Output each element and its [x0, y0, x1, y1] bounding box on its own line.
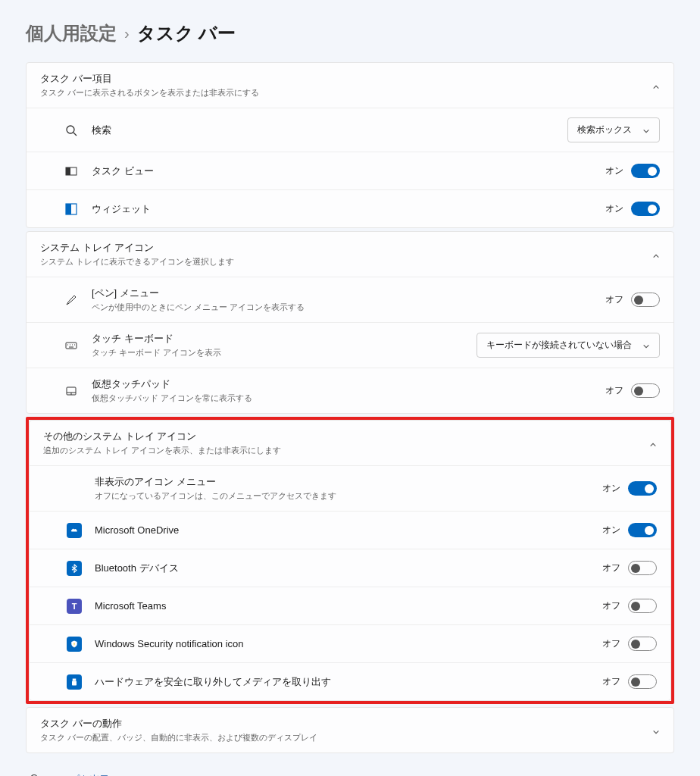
section-title: システム トレイ アイコン	[40, 241, 652, 255]
row-sublabel: タッチ キーボード アイコンを表示	[92, 347, 477, 358]
section-title: タスク バー項目	[40, 72, 652, 86]
help-link[interactable]: ? ヘルプを表示	[26, 767, 674, 776]
taskview-toggle[interactable]	[631, 164, 660, 178]
svg-rect-5	[66, 204, 71, 214]
section-subtitle: タスク バーに表示されるボタンを表示または非表示にする	[40, 87, 652, 99]
row-security: Windows Security notification icon オフ	[30, 624, 670, 662]
chevron-up-icon	[649, 440, 657, 447]
row-pen-menu: [ペン] メニュー ペンが使用中のときにペン メニュー アイコンを表示する オフ	[27, 277, 673, 322]
section-subtitle: 追加のシステム トレイ アイコンを表示、または非表示にします	[43, 445, 649, 456]
toggle-state: オン	[605, 164, 623, 177]
breadcrumb-current: タスク バー	[137, 21, 236, 45]
row-hidden-icon-menu: 非表示のアイコン メニュー オフになっているアイコンは、このメニューでアクセスで…	[30, 465, 670, 511]
row-label: [ペン] メニュー	[92, 286, 605, 300]
section-taskbar-behavior: タスク バーの動作 タスク バーの配置、バッジ、自動的に非表示、および複数のディ…	[26, 707, 674, 753]
toggle-state: オフ	[602, 675, 620, 688]
highlighted-region: その他のシステム トレイ アイコン 追加のシステム トレイ アイコンを表示、また…	[26, 417, 674, 704]
section-header-taskbar-items[interactable]: タスク バー項目 タスク バーに表示されるボタンを表示または非表示にする	[27, 63, 673, 108]
placeholder-icon	[66, 480, 83, 497]
chevron-down-icon	[642, 342, 650, 349]
row-taskview: タスク ビュー オン	[27, 152, 673, 189]
breadcrumb: 個人用設定 › タスク バー	[26, 21, 674, 45]
row-onedrive: Microsoft OneDrive オン	[30, 511, 670, 549]
security-toggle[interactable]	[628, 637, 657, 651]
chevron-up-icon	[652, 251, 660, 258]
virtual-touchpad-toggle[interactable]	[631, 383, 660, 398]
row-teams: T Microsoft Teams オフ	[30, 587, 670, 624]
chevron-right-icon: ›	[124, 25, 130, 42]
svg-point-0	[67, 126, 74, 133]
footer-links: ? ヘルプを表示 フィードバックの送信	[26, 767, 674, 776]
taskview-icon	[63, 163, 80, 180]
row-label: Windows Security notification icon	[95, 638, 602, 649]
section-subtitle: タスク バーの配置、バッジ、自動的に非表示、および複数のディスプレイ	[40, 732, 652, 743]
breadcrumb-parent[interactable]: 個人用設定	[26, 21, 117, 45]
search-dropdown[interactable]: 検索ボックス	[567, 117, 660, 142]
row-sublabel: ペンが使用中のときにペン メニュー アイコンを表示する	[92, 302, 605, 313]
row-label: ウィジェット	[92, 202, 605, 216]
chevron-down-icon	[642, 127, 650, 134]
safely-remove-toggle[interactable]	[628, 674, 657, 689]
row-label: Microsoft OneDrive	[95, 524, 602, 536]
section-system-tray: システム トレイ アイコン システム トレイに表示できるアイコンを選択します […	[26, 231, 674, 414]
bluetooth-toggle[interactable]	[628, 561, 657, 575]
section-subtitle: システム トレイに表示できるアイコンを選択します	[40, 256, 652, 268]
teams-toggle[interactable]	[628, 599, 657, 613]
touch-keyboard-dropdown[interactable]: キーボードが接続されていない場合	[477, 333, 660, 358]
keyboard-icon	[63, 337, 80, 354]
toggle-state: オフ	[602, 637, 620, 650]
chevron-down-icon	[652, 727, 660, 734]
row-sublabel: 仮想タッチパッド アイコンを常に表示する	[92, 393, 605, 404]
svg-rect-3	[66, 167, 70, 175]
row-widgets: ウィジェット オン	[27, 189, 673, 227]
touchpad-icon	[63, 383, 80, 399]
toggle-state: オフ	[605, 384, 623, 397]
search-icon	[63, 122, 80, 139]
row-label: Bluetooth デバイス	[95, 562, 602, 575]
row-sublabel: オフになっているアイコンは、このメニューでアクセスできます	[95, 490, 602, 502]
onedrive-icon	[66, 522, 83, 539]
section-header-system-tray[interactable]: システム トレイ アイコン システム トレイに表示できるアイコンを選択します	[27, 232, 673, 277]
svg-rect-6	[66, 343, 77, 349]
dropdown-value: 検索ボックス	[577, 124, 632, 136]
section-taskbar-items: タスク バー項目 タスク バーに表示されるボタンを表示または非表示にする 検索 …	[26, 62, 674, 228]
help-link-text: ヘルプを表示	[50, 773, 109, 776]
row-search: 検索 検索ボックス	[27, 108, 673, 152]
row-virtual-touchpad: 仮想タッチパッド 仮想タッチパッド アイコンを常に表示する オフ	[27, 368, 673, 413]
toggle-state: オフ	[602, 562, 620, 574]
row-label: タスク ビュー	[92, 164, 605, 178]
svg-rect-16	[72, 681, 77, 685]
chevron-up-icon	[652, 82, 660, 89]
onedrive-toggle[interactable]	[628, 523, 657, 537]
teams-icon: T	[66, 598, 83, 615]
widgets-icon	[63, 201, 80, 217]
section-other-tray: その他のシステム トレイ アイコン 追加のシステム トレイ アイコンを表示、また…	[29, 420, 671, 701]
help-icon: ?	[29, 773, 42, 776]
section-title: その他のシステム トレイ アイコン	[43, 430, 649, 443]
hidden-menu-toggle[interactable]	[628, 481, 657, 496]
section-title: タスク バーの動作	[40, 717, 652, 731]
widgets-toggle[interactable]	[631, 202, 660, 216]
row-label: Microsoft Teams	[95, 600, 602, 612]
toggle-state: オン	[602, 524, 620, 537]
pen-toggle[interactable]	[631, 293, 660, 307]
section-header-other-tray[interactable]: その他のシステム トレイ アイコン 追加のシステム トレイ アイコンを表示、また…	[30, 421, 670, 465]
toggle-state: オフ	[602, 599, 620, 612]
section-header-taskbar-behavior[interactable]: タスク バーの動作 タスク バーの配置、バッジ、自動的に非表示、および複数のディ…	[27, 708, 673, 753]
row-bluetooth: Bluetooth デバイス オフ	[30, 549, 670, 587]
row-safely-remove: ハードウェアを安全に取り外してメディアを取り出す オフ	[30, 662, 670, 700]
row-label: 仮想タッチパッド	[92, 377, 605, 391]
toggle-state: オン	[605, 202, 623, 215]
row-label: ハードウェアを安全に取り外してメディアを取り出す	[95, 675, 602, 689]
security-icon	[66, 636, 83, 652]
row-label: 非表示のアイコン メニュー	[95, 475, 602, 489]
pen-icon	[63, 292, 80, 308]
svg-rect-15	[73, 678, 77, 681]
row-label: タッチ キーボード	[92, 332, 477, 346]
dropdown-value: キーボードが接続されていない場合	[486, 339, 632, 352]
row-label: 検索	[92, 124, 567, 137]
row-touch-keyboard: タッチ キーボード タッチ キーボード アイコンを表示 キーボードが接続されてい…	[27, 322, 673, 368]
toggle-state: オン	[602, 482, 620, 495]
bluetooth-icon	[66, 560, 83, 577]
toggle-state: オフ	[605, 293, 623, 306]
